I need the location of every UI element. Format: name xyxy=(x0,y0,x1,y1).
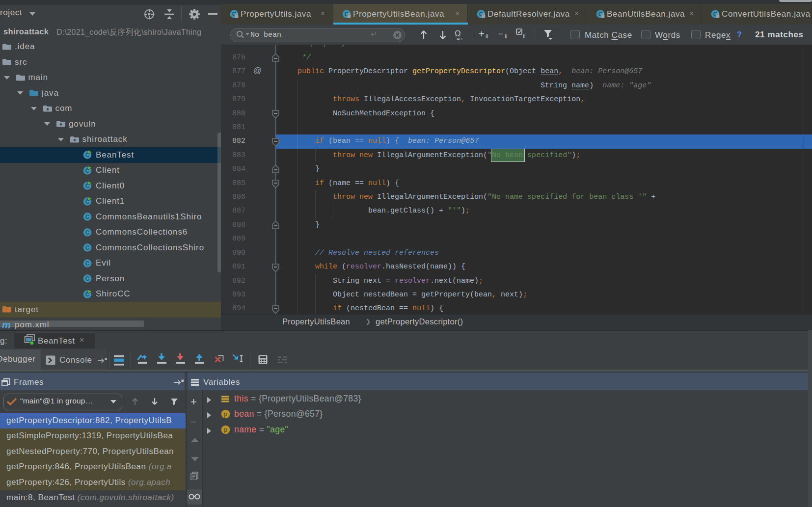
svg-text:C: C xyxy=(85,213,90,220)
svg-text:C: C xyxy=(85,260,90,267)
svg-text:p: p xyxy=(224,427,227,433)
svg-text:C: C xyxy=(85,229,90,236)
svg-text:p: p xyxy=(224,411,227,418)
svg-text:C: C xyxy=(85,244,90,251)
svg-text:C: C xyxy=(85,275,90,282)
